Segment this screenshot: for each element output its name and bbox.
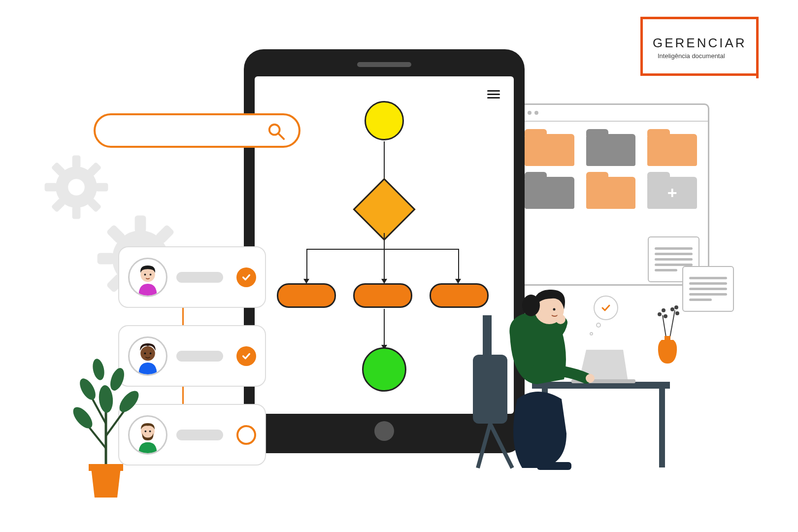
folder-icon	[647, 134, 697, 166]
empty-circle-icon	[236, 425, 256, 445]
svg-rect-1	[72, 156, 81, 168]
svg-rect-3	[45, 183, 57, 192]
svg-point-38	[675, 311, 679, 315]
flow-process-node	[353, 283, 412, 308]
logo-title: GERENCIAR	[653, 35, 747, 51]
search-bar	[94, 113, 300, 148]
gear-icon	[42, 153, 111, 222]
user-card	[118, 246, 266, 308]
document-icon	[682, 266, 734, 312]
search-icon	[267, 122, 286, 141]
svg-point-57	[69, 404, 96, 432]
logo-subtitle: Inteligência documental	[658, 52, 725, 60]
svg-point-27	[150, 352, 152, 354]
folder-icon	[586, 177, 636, 209]
check-circle-icon	[236, 267, 256, 287]
svg-rect-2	[72, 206, 81, 219]
avatar	[128, 258, 167, 297]
tablet-home-button	[374, 421, 394, 441]
svg-point-9	[68, 179, 85, 196]
svg-line-54	[106, 409, 126, 436]
svg-point-23	[144, 273, 146, 275]
svg-point-59	[77, 376, 99, 402]
svg-point-37	[674, 305, 678, 309]
svg-point-51	[556, 314, 565, 324]
svg-line-32	[669, 310, 675, 340]
svg-rect-4	[96, 183, 108, 192]
svg-point-30	[149, 430, 151, 432]
svg-rect-41	[483, 315, 492, 360]
svg-line-21	[279, 134, 284, 139]
folder-icon	[525, 134, 574, 166]
add-folder-icon: +	[647, 177, 697, 209]
placeholder-line	[176, 430, 223, 440]
placeholder-line	[176, 272, 223, 283]
svg-rect-46	[537, 462, 571, 470]
flow-end-node	[362, 347, 406, 392]
svg-point-49	[522, 295, 540, 316]
person-at-desk-illustration	[463, 256, 670, 473]
check-circle-icon	[236, 346, 256, 366]
svg-point-60	[108, 366, 127, 392]
svg-rect-13	[98, 253, 114, 265]
svg-rect-44	[659, 389, 665, 467]
svg-rect-11	[135, 216, 146, 233]
svg-point-61	[91, 358, 106, 381]
svg-point-47	[586, 374, 595, 383]
svg-point-36	[670, 307, 674, 311]
brand-logo: GERENCIAR Inteligência documental	[631, 17, 759, 76]
svg-rect-40	[473, 355, 507, 424]
flow-decision-node	[353, 178, 415, 240]
flow-start-node	[365, 101, 404, 140]
folder-icon	[525, 177, 574, 209]
flow-process-node	[277, 283, 336, 308]
potted-plant-icon	[64, 350, 148, 502]
svg-rect-62	[89, 464, 123, 471]
svg-point-50	[553, 308, 556, 311]
svg-point-58	[116, 388, 142, 416]
folder-icon	[586, 134, 636, 166]
placeholder-line	[176, 351, 223, 362]
svg-point-24	[150, 273, 152, 275]
browser-titlebar	[514, 105, 708, 122]
